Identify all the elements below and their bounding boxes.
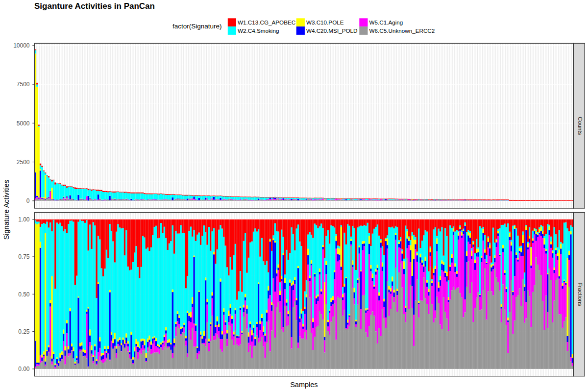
svg-text:Counts: Counts [577, 117, 584, 135]
svg-text:W6.C5.Unknown_ERCC2: W6.C5.Unknown_ERCC2 [369, 27, 435, 34]
svg-text:Samples: Samples [290, 381, 318, 389]
svg-text:W3.C10.POLE: W3.C10.POLE [306, 19, 344, 25]
svg-text:10000: 10000 [13, 42, 30, 49]
svg-text:7500: 7500 [17, 81, 30, 88]
svg-text:0.00: 0.00 [18, 366, 30, 372]
svg-text:W1.C13.CG_APOBEC: W1.C13.CG_APOBEC [238, 19, 295, 25]
svg-text:factor(Signature): factor(Signature) [172, 23, 222, 30]
svg-text:W2.C4.Smoking: W2.C4.Smoking [238, 27, 279, 34]
svg-text:0.75: 0.75 [18, 253, 30, 260]
svg-text:1.00: 1.00 [18, 216, 30, 223]
svg-text:0.25: 0.25 [18, 328, 30, 335]
svg-text:5000: 5000 [17, 120, 30, 127]
svg-text:Signature Activities: Signature Activities [2, 180, 10, 240]
svg-text:2500: 2500 [17, 159, 30, 166]
svg-text:0: 0 [26, 197, 30, 204]
svg-text:W4.C20.MSI_POLD: W4.C20.MSI_POLD [306, 27, 358, 34]
svg-text:Fractions: Fractions [577, 283, 584, 306]
svg-text:Siganture Activities in PanCan: Siganture Activities in PanCan [34, 1, 155, 11]
svg-text:0.50: 0.50 [18, 291, 30, 298]
svg-text:W5.C1.Aging: W5.C1.Aging [369, 19, 403, 25]
